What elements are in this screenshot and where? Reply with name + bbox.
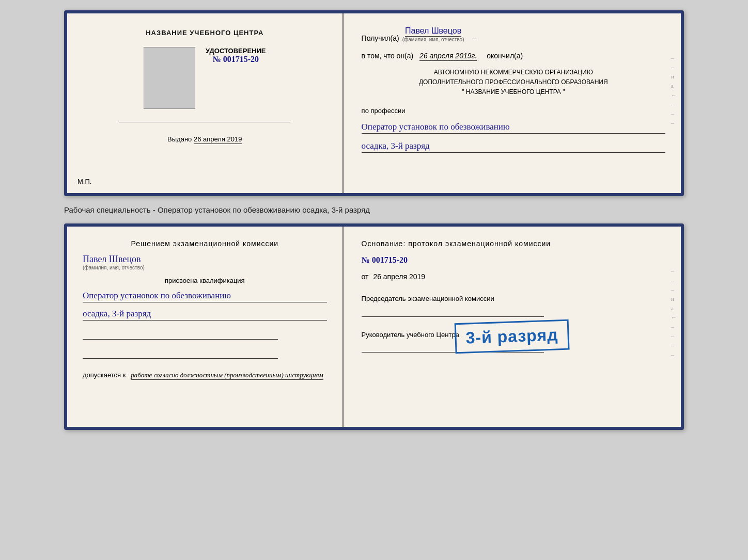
qualification-rank: осадка, 3-й разряд — [83, 309, 327, 321]
margin2-char-5: а — [671, 305, 677, 311]
person-name-2: Павел Швецов — [83, 254, 141, 265]
margin2-char-1: – — [671, 268, 677, 274]
margin2-char-8: – — [671, 333, 677, 339]
margin2-char-2: – — [671, 277, 677, 283]
protocol-number-value: 001715-20 — [372, 255, 408, 264]
received-prefix: Получил(а) — [362, 34, 399, 42]
margin2-char-4: и — [671, 296, 677, 302]
margin2-char-7: – — [671, 324, 677, 330]
cert-prefix: № — [213, 55, 221, 63]
protocol-number: № 001715-20 — [362, 255, 665, 265]
chairman-sign-line — [362, 307, 544, 317]
profession-value: Оператор установок по обезвоживанию — [362, 122, 665, 134]
decision-title: Решением экзаменационной комиссии — [83, 239, 327, 248]
protocol-date: от 26 апреля 2019 — [362, 273, 665, 281]
allowed-block: допускается к работе согласно должностны… — [83, 370, 327, 379]
margin2-char-10: – — [671, 351, 677, 358]
name-hint-1: (фамилия, имя, отчество) — [402, 37, 464, 42]
chairman-label: Председатель экзаменационной комиссии — [362, 294, 665, 317]
cert-label: УДОСТОВЕРЕНИЕ — [206, 47, 266, 55]
margin-char-8: – — [671, 120, 677, 126]
dash: – — [472, 34, 476, 42]
qualification-label: присвоена квалификация — [83, 277, 327, 284]
mp-label: М.П. — [77, 178, 91, 185]
org-line-2: ДОПОЛНИТЕЛЬНОГО ПРОФЕССИОНАЛЬНОГО ОБРАЗО… — [362, 77, 665, 87]
org-block: АВТОНОМНУЮ НЕКОММЕРЧЕСКУЮ ОРГАНИЗАЦИЮ ДО… — [362, 68, 665, 98]
signature-line-1 — [83, 329, 278, 340]
recipient-name: Павел Швецов — [405, 26, 461, 37]
date-prefix: от — [362, 273, 369, 281]
between-text: Рабочая специальность - Оператор установ… — [64, 205, 684, 214]
first-doc-left-panel: НАЗВАНИЕ УЧЕБНОГО ЦЕНТРА УДОСТОВЕРЕНИЕ №… — [67, 13, 344, 193]
margin-char-4: а — [671, 83, 677, 89]
rank-value: осадка, 3-й разряд — [362, 141, 665, 153]
protocol-date-value: 26 апреля 2019 — [373, 273, 425, 281]
org-line-1: АВТОНОМНУЮ НЕКОММЕРЧЕСКУЮ ОРГАНИЗАЦИЮ — [362, 68, 665, 77]
protocol-prefix: № — [362, 255, 370, 264]
cert-number-section: УДОСТОВЕРЕНИЕ № 001715-20 — [206, 47, 266, 64]
received-line: Получил(а) Павел Швецов (фамилия, имя, о… — [362, 26, 665, 42]
margin2-char-9: – — [671, 342, 677, 348]
person-name-block: Павел Швецов (фамилия, имя, отчество) — [83, 254, 327, 270]
confirm-line: в том, что он(а) 26 апреля 2019г. окончи… — [362, 52, 665, 60]
margin-char-3: и — [671, 73, 677, 79]
org-line-3: " НАЗВАНИЕ УЧЕБНОГО ЦЕНТРА " — [362, 87, 665, 97]
divider-1 — [119, 122, 290, 122]
confirm-prefix: в том, что он(а) — [362, 52, 414, 60]
margin-char-2: – — [671, 64, 677, 70]
allowed-text: работе согласно должностным (производств… — [131, 371, 323, 380]
second-doc-left-panel: Решением экзаменационной комиссии Павел … — [67, 227, 344, 427]
document-wrapper: НАЗВАНИЕ УЧЕБНОГО ЦЕНТРА УДОСТОВЕРЕНИЕ №… — [10, 10, 738, 430]
margin-char-5: ← — [671, 92, 677, 98]
second-document: Решением экзаменационной комиссии Павел … — [64, 223, 684, 430]
allowed-prefix: допускается к — [83, 371, 126, 379]
photo-placeholder — [144, 47, 195, 109]
cert-number: № 001715-20 — [206, 55, 266, 64]
first-document: НАЗВАНИЕ УЧЕБНОГО ЦЕНТРА УДОСТОВЕРЕНИЕ №… — [64, 10, 684, 196]
right-decorations-2: – – – и а ← – – – – — [671, 268, 677, 358]
first-doc-right-panel: Получил(а) Павел Швецов (фамилия, имя, о… — [344, 13, 681, 193]
confirm-date: 26 апреля 2019г. — [419, 52, 477, 61]
training-center-title: НАЗВАНИЕ УЧЕБНОГО ЦЕНТРА — [146, 29, 263, 37]
issued-date: 26 апреля 2019 — [194, 135, 242, 144]
issued-label: Выдано — [167, 135, 192, 143]
profession-label: по профессии — [362, 107, 665, 115]
cert-number-value: 001715-20 — [223, 55, 259, 63]
margin-char-1: – — [671, 55, 677, 61]
name-hint-2: (фамилия, имя, отчество) — [83, 265, 145, 270]
margin2-char-6: ← — [671, 314, 677, 321]
margin-char-6: – — [671, 101, 677, 107]
margin2-char-3: – — [671, 286, 677, 293]
stamp: 3-й разряд — [455, 319, 570, 354]
right-decorations: – – и а ← – – – — [671, 55, 677, 126]
second-doc-right-panel: Основание: протокол экзаменационной коми… — [344, 227, 681, 427]
issued-line: Выдано 26 апреля 2019 — [167, 135, 242, 143]
confirm-suffix: окончил(а) — [487, 52, 523, 60]
signature-line-2 — [83, 348, 278, 359]
qualification-value: Оператор установок по обезвоживанию — [83, 291, 327, 302]
basis-title: Основание: протокол экзаменационной коми… — [362, 239, 665, 248]
chairman-label-text: Председатель экзаменационной комиссии — [362, 294, 665, 304]
margin-char-7: – — [671, 110, 677, 117]
